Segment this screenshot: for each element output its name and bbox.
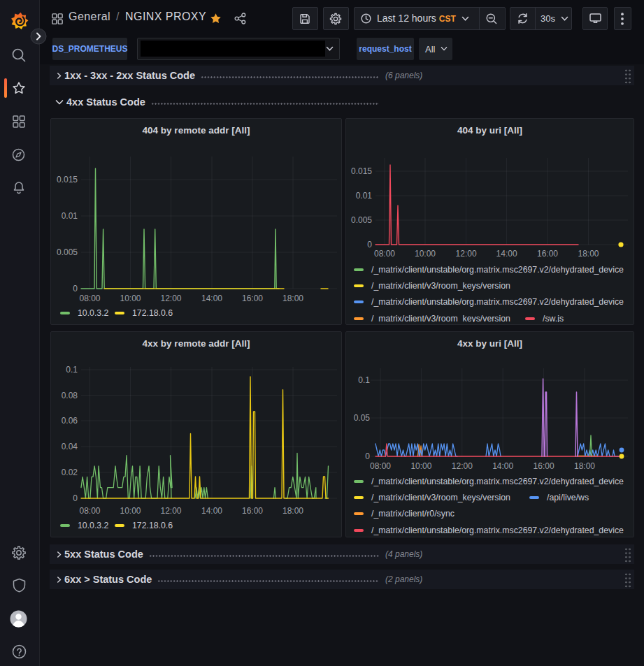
svg-text:0.015: 0.015 (351, 166, 372, 176)
svg-text:18:00: 18:00 (578, 249, 599, 259)
svg-text:16:00: 16:00 (534, 461, 554, 471)
svg-text:12:00: 12:00 (456, 249, 477, 259)
svg-text:12:00: 12:00 (160, 506, 181, 516)
svg-text:14:00: 14:00 (496, 249, 517, 259)
svg-text:0.08: 0.08 (62, 391, 78, 400)
svg-text:14:00: 14:00 (201, 294, 222, 303)
svg-text:14:00: 14:00 (201, 506, 222, 516)
svg-text:0.1: 0.1 (358, 375, 370, 385)
svg-text:0: 0 (73, 284, 78, 294)
svg-text:10:00: 10:00 (120, 294, 141, 303)
svg-text:0.005: 0.005 (351, 215, 372, 225)
svg-text:0: 0 (365, 451, 370, 461)
svg-text:0.01: 0.01 (356, 191, 373, 201)
svg-text:0.01: 0.01 (62, 211, 78, 221)
svg-text:0.005: 0.005 (57, 247, 78, 257)
svg-text:10:00: 10:00 (120, 506, 141, 516)
svg-text:10:00: 10:00 (415, 249, 436, 259)
svg-text:08:00: 08:00 (79, 294, 100, 303)
svg-text:0: 0 (73, 493, 78, 503)
svg-text:0.02: 0.02 (62, 468, 78, 477)
svg-text:0.05: 0.05 (354, 413, 371, 423)
svg-text:08:00: 08:00 (374, 249, 395, 259)
svg-text:0.06: 0.06 (62, 416, 78, 426)
svg-text:16:00: 16:00 (242, 294, 263, 303)
svg-text:12:00: 12:00 (160, 294, 181, 303)
svg-text:14:00: 14:00 (492, 461, 513, 471)
svg-text:18:00: 18:00 (282, 294, 303, 303)
svg-text:08:00: 08:00 (370, 461, 391, 471)
svg-text:0.015: 0.015 (57, 175, 78, 184)
svg-text:18:00: 18:00 (282, 506, 303, 516)
svg-text:12:00: 12:00 (452, 461, 473, 471)
svg-text:08:00: 08:00 (79, 506, 100, 516)
svg-text:0.04: 0.04 (62, 442, 78, 451)
svg-text:10:00: 10:00 (410, 461, 431, 471)
svg-text:18:00: 18:00 (574, 461, 595, 471)
svg-text:0: 0 (367, 240, 372, 249)
svg-text:0.1: 0.1 (66, 365, 78, 375)
svg-text:16:00: 16:00 (537, 249, 558, 259)
svg-text:16:00: 16:00 (242, 506, 263, 516)
